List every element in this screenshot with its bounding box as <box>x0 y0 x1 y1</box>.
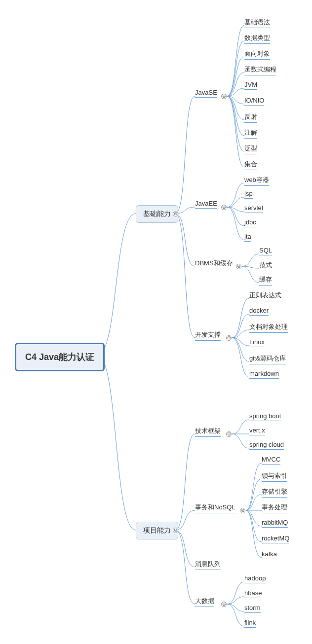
leaf-node[interactable]: hbase <box>244 589 262 598</box>
node-javaee[interactable]: JavaEE <box>195 200 217 209</box>
mindmap-connectors <box>0 0 312 644</box>
leaf-node[interactable]: Linux <box>249 338 265 347</box>
node-javase[interactable]: JavaSE <box>195 89 217 98</box>
root-node[interactable]: C4 Java能力认证 <box>15 343 105 371</box>
collapse-icon[interactable]: ⊖ <box>226 431 232 437</box>
leaf-node[interactable]: 事务处理 <box>262 503 287 513</box>
collapse-icon[interactable]: ⊖ <box>221 94 227 99</box>
leaf-node[interactable]: spring boot <box>249 412 281 421</box>
node-dbms[interactable]: DBMS和缓存 <box>195 259 233 269</box>
leaf-node[interactable]: JVM <box>244 81 257 90</box>
leaf-node[interactable]: 缓存 <box>259 275 272 286</box>
leaf-node[interactable]: 正则表达式 <box>249 291 281 301</box>
leaf-node[interactable]: jta <box>244 233 251 242</box>
leaf-node[interactable]: MVCC <box>262 456 280 465</box>
leaf-node[interactable]: 锁与索引 <box>262 471 287 482</box>
leaf-node[interactable]: web容器 <box>244 176 269 186</box>
leaf-node[interactable]: 基础语法 <box>244 18 270 28</box>
leaf-node[interactable]: 泛型 <box>244 144 257 154</box>
leaf-node[interactable]: 存储引擎 <box>262 487 287 498</box>
leaf-node[interactable]: rocketMQ <box>262 535 289 543</box>
leaf-node[interactable]: flink <box>244 619 256 628</box>
leaf-node[interactable]: spring cloud <box>249 441 284 450</box>
leaf-node[interactable]: jdbc <box>244 218 256 227</box>
leaf-node[interactable]: rabbitMQ <box>262 519 288 528</box>
leaf-node[interactable]: 注解 <box>244 128 257 139</box>
collapse-icon[interactable]: ⊖ <box>221 602 227 607</box>
leaf-node[interactable]: 面向对象 <box>244 49 270 60</box>
leaf-node[interactable]: vert.x <box>249 427 265 435</box>
node-tech[interactable]: 技术框架 <box>195 427 221 437</box>
leaf-node[interactable]: markdown <box>249 370 279 379</box>
leaf-node[interactable]: jsp <box>244 190 253 199</box>
leaf-node[interactable]: hadoop <box>244 574 266 583</box>
leaf-node[interactable]: 集合 <box>244 160 257 170</box>
collapse-icon[interactable]: ⊖ <box>226 335 232 341</box>
collapse-icon[interactable]: ⊖ <box>173 211 178 216</box>
leaf-node[interactable]: storm <box>244 604 261 613</box>
node-bigdata[interactable]: 大数据 <box>195 597 214 607</box>
leaf-node[interactable]: SQL <box>259 247 272 255</box>
leaf-node[interactable]: kafka <box>262 550 277 559</box>
collapse-icon[interactable]: ⊖ <box>236 264 241 269</box>
leaf-node[interactable]: IO/NIO <box>244 97 264 106</box>
collapse-icon[interactable]: ⊖ <box>221 205 227 210</box>
node-dev[interactable]: 开发支撑 <box>195 330 221 341</box>
leaf-node[interactable]: 范式 <box>259 261 272 271</box>
branch-project[interactable]: 项目能力 <box>136 522 178 539</box>
leaf-node[interactable]: 数据类型 <box>244 34 270 44</box>
leaf-node[interactable]: servlet <box>244 204 263 213</box>
leaf-node[interactable]: 文档对象处理 <box>249 322 288 333</box>
leaf-node[interactable]: docker <box>249 307 269 316</box>
leaf-node[interactable]: 反射 <box>244 112 257 123</box>
collapse-icon[interactable]: ⊖ <box>173 528 178 533</box>
leaf-node[interactable]: git&源码仓库 <box>249 354 286 364</box>
collapse-icon[interactable]: ⊖ <box>240 508 245 513</box>
node-mq[interactable]: 消息队列 <box>195 560 221 570</box>
node-txn[interactable]: 事务和NoSQL <box>195 503 235 513</box>
branch-basic[interactable]: 基础能力 <box>136 205 178 223</box>
leaf-node[interactable]: 函数式编程 <box>244 65 276 75</box>
